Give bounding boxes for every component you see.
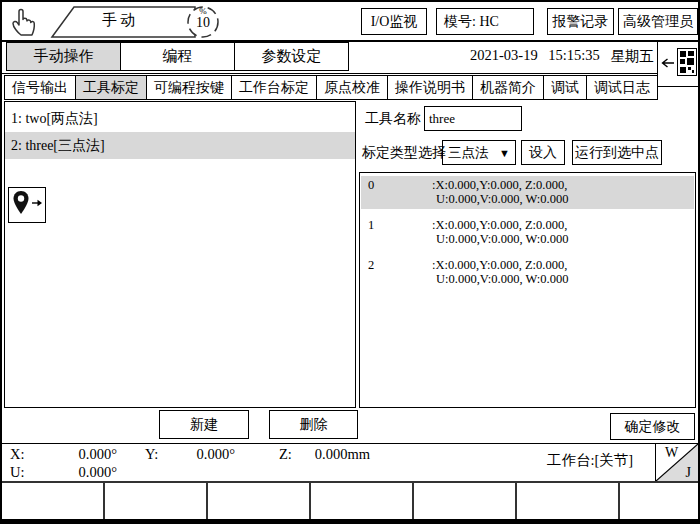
- point-coords-line1: :X:0.000,Y:0.000, Z:0.000,: [432, 258, 568, 272]
- point-coords-line2: U:0.000,V:0.000, W:0.000: [432, 192, 568, 206]
- confirm-modify-button[interactable]: 确定修改: [610, 413, 695, 440]
- location-pin-icon: [12, 190, 30, 220]
- date-text: 2021-03-19: [470, 47, 538, 66]
- y-axis-value: 0.000°: [170, 446, 235, 463]
- tab-programming[interactable]: 编程: [120, 42, 235, 71]
- tab-parameter-setting[interactable]: 参数设定: [234, 42, 349, 71]
- sub-tab-bar: 信号输出 工具标定 可编程按键 工作台标定 原点校准 操作说明书 机器简介 调试…: [4, 75, 658, 100]
- run-to-selected-point-button[interactable]: 运行到选中点: [572, 140, 662, 165]
- tab-manual-operation[interactable]: 手动操作: [6, 42, 121, 71]
- softkey-cell-1[interactable]: [2, 483, 105, 521]
- tab-signal-output[interactable]: 信号输出: [4, 75, 76, 100]
- x-axis-label: X:: [10, 446, 25, 463]
- point-coords-line2: U:0.000,V:0.000, W:0.000: [432, 272, 568, 286]
- x-axis-value: 0.000°: [47, 446, 117, 463]
- io-monitor-button[interactable]: I/O监视: [361, 8, 427, 35]
- point-coords-line1: :X:0.000,Y:0.000, Z:0.000,: [432, 178, 568, 192]
- speed-value: 10: [182, 16, 224, 30]
- mode-label: 手动: [102, 11, 138, 30]
- tool-list-item-1[interactable]: 1: two[两点法]: [5, 105, 355, 132]
- point-index: 0: [361, 178, 432, 206]
- softkey-cell-6[interactable]: [517, 483, 620, 521]
- datetime-display: 2021-03-19 15:15:35 星期五: [470, 47, 654, 66]
- softkey-footer: [2, 481, 698, 521]
- admin-level-button[interactable]: 高级管理员: [618, 8, 698, 35]
- calibration-type-dropdown[interactable]: 三点法 ▼: [442, 140, 516, 165]
- softkey-cell-7[interactable]: [620, 483, 698, 521]
- weekday-text: 星期五: [610, 47, 654, 66]
- tab-machine-info[interactable]: 机器简介: [472, 75, 544, 100]
- qr-code-button[interactable]: [657, 42, 699, 87]
- time-text: 15:15:35: [548, 47, 600, 66]
- tool-name-label: 工具名称: [365, 110, 421, 128]
- new-button[interactable]: 新建: [159, 410, 249, 439]
- softkey-cell-2[interactable]: [105, 483, 208, 521]
- back-arrow-icon: [660, 55, 675, 73]
- tab-worktable-calibration[interactable]: 工作台标定: [231, 75, 317, 100]
- worktable-mode-text: 工作台:[关节]: [547, 451, 633, 470]
- softkey-cell-3[interactable]: [208, 483, 311, 521]
- separator-line: [2, 73, 698, 74]
- speed-indicator: % 10: [182, 7, 224, 30]
- y-axis-label: Y:: [145, 446, 158, 463]
- tool-list-item-2[interactable]: 2: three[三点法]: [5, 132, 355, 159]
- chevron-down-icon: ▼: [499, 147, 510, 159]
- machine-control-screen: 手动 % 10 I/O监视 模号: HC 报警记录 高级管理员 手动操作 编程 …: [0, 0, 700, 524]
- joint-coord-letter: J: [686, 465, 691, 481]
- model-number-box[interactable]: 模号: HC: [436, 8, 534, 35]
- pin-arrow-icon: [31, 196, 43, 214]
- point-index: 2: [361, 258, 432, 286]
- delete-button[interactable]: 删除: [269, 410, 358, 439]
- status-bar: X: 0.000° Y: 0.000° Z: 0.000mm U: 0.000°…: [2, 443, 698, 482]
- calibration-points-list: 0 :X:0.000,Y:0.000, Z:0.000, U:0.000,V:0…: [359, 172, 696, 408]
- softkey-cell-5[interactable]: [414, 483, 517, 521]
- tab-operation-manual[interactable]: 操作说明书: [387, 75, 473, 100]
- z-axis-value: 0.000mm: [302, 446, 370, 463]
- set-in-button[interactable]: 设入: [521, 140, 565, 165]
- tool-name-input[interactable]: [424, 106, 522, 131]
- tab-origin-calibration[interactable]: 原点校准: [316, 75, 388, 100]
- point-index: 1: [361, 218, 432, 246]
- calibration-type-value: 三点法: [448, 144, 489, 162]
- u-axis-label: U:: [10, 464, 25, 481]
- tool-list-panel: 1: two[两点法] 2: three[三点法]: [4, 101, 356, 408]
- softkey-cell-4[interactable]: [311, 483, 414, 521]
- tab-debug-log[interactable]: 调试日志: [586, 75, 658, 100]
- point-coords-line1: :X:0.000,Y:0.000, Z:0.000,: [432, 218, 568, 232]
- qr-code-icon: [677, 48, 697, 80]
- point-row-2[interactable]: 2 :X:0.000,Y:0.000, Z:0.000, U:0.000,V:0…: [361, 256, 694, 289]
- z-axis-label: Z:: [279, 446, 292, 463]
- world-coord-letter: W: [665, 445, 678, 461]
- calibration-panel: 工具名称 标定类型选择 三点法 ▼ 设入 运行到选中点 0 :X:0.000,Y…: [356, 101, 700, 408]
- point-row-1[interactable]: 1 :X:0.000,Y:0.000, Z:0.000, U:0.000,V:0…: [361, 216, 694, 249]
- alarm-log-button[interactable]: 报警记录: [547, 8, 614, 35]
- tab-programmable-keys[interactable]: 可编程按键: [146, 75, 232, 100]
- hand-pointer-icon: [8, 5, 44, 41]
- tab-tool-calibration[interactable]: 工具标定: [75, 75, 147, 100]
- calibration-type-label: 标定类型选择: [362, 144, 446, 162]
- main-tab-bar: 手动操作 编程 参数设定: [6, 42, 349, 71]
- world-joint-toggle[interactable]: W J: [655, 444, 698, 482]
- tab-debug[interactable]: 调试: [543, 75, 587, 100]
- point-coords-line2: U:0.000,V:0.000, W:0.000: [432, 232, 568, 246]
- goto-position-button[interactable]: [8, 187, 46, 223]
- top-bar: 手动 % 10 I/O监视 模号: HC 报警记录 高级管理员: [2, 2, 698, 42]
- point-row-0[interactable]: 0 :X:0.000,Y:0.000, Z:0.000, U:0.000,V:0…: [361, 176, 694, 209]
- u-axis-value: 0.000°: [47, 464, 117, 481]
